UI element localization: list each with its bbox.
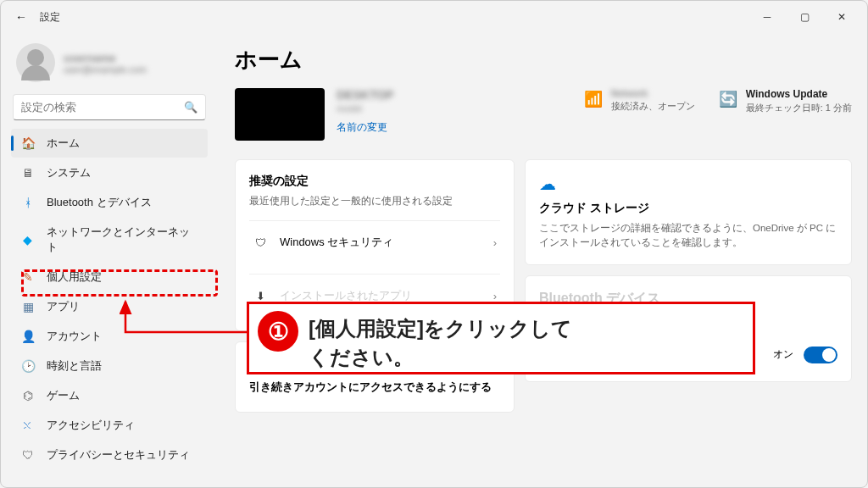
sidebar-item-label: 時刻と言語 <box>47 358 102 374</box>
sidebar-item-label: システム <box>47 165 91 180</box>
update-status: 最終チェック日時: 1 分前 <box>746 102 852 114</box>
back-button[interactable]: ← <box>8 3 35 30</box>
sidebar-item-accessibility[interactable]: ⛌アクセシビリティ <box>11 411 208 440</box>
bt-label: Bluetooth <box>559 342 763 355</box>
search-icon: 🔍 <box>184 101 198 114</box>
sidebar-item-time[interactable]: 🕑時刻と言語 <box>11 352 208 380</box>
time-icon: 🕑 <box>21 359 35 373</box>
sidebar-item-label: ホーム <box>47 136 80 151</box>
gaming-icon: ⌬ <box>21 389 35 402</box>
bt-status: "name" として発見可能 <box>559 355 763 368</box>
minimize-button[interactable]: ─ <box>748 4 786 30</box>
sidebar-item-privacy[interactable]: 🛡プライバシーとセキュリティ <box>11 441 208 469</box>
sidebar-item-label: アクセシビリティ <box>47 418 135 433</box>
toggle-label: オン <box>773 347 793 362</box>
settings-window: ← 設定 ─ ▢ ✕ username user@example.com 🔍 🏠… <box>0 0 868 488</box>
chevron-right-icon: › <box>493 236 497 249</box>
titlebar: ← 設定 ─ ▢ ✕ <box>1 1 867 33</box>
row-label: Windows セキュリティ <box>280 235 393 250</box>
sidebar-item-label: プライバシーとセキュリティ <box>47 447 190 463</box>
bt-toggle[interactable] <box>804 347 837 363</box>
pc-thumbnail[interactable] <box>235 88 325 141</box>
nav-list: 🏠ホーム🖥システムᚼBluetooth とデバイス◆ネットワークとインターネット… <box>11 129 208 487</box>
update-icon: 🔄 <box>719 90 737 108</box>
home-icon: 🏠 <box>21 136 35 150</box>
sidebar-item-label: ネットワークとインターネット <box>47 225 198 255</box>
privacy-icon: 🛡 <box>21 448 35 462</box>
wifi-info[interactable]: 📶 Network 接続済み、オープン <box>584 88 695 113</box>
search-box[interactable]: 🔍 <box>13 94 206 120</box>
recommended-row[interactable]: 🛡Windows セキュリティ› <box>249 220 500 263</box>
sidebar-item-label: アカウント <box>47 329 102 344</box>
pc-model: model <box>337 103 393 114</box>
cloud-icon: ☁ <box>539 174 837 194</box>
maximize-button[interactable]: ▢ <box>786 4 823 30</box>
page-title: ホーム <box>235 45 852 75</box>
sidebar-item-network[interactable]: ◆ネットワークとインターネット <box>11 218 208 262</box>
bluetooth-card: Bluetooth デバイス デバイスの管理、追加、削除 ᚼ Bluetooth… <box>525 275 852 382</box>
bt-title: Bluetooth デバイス <box>539 290 837 308</box>
rename-link[interactable]: 名前の変更 <box>337 120 393 135</box>
sidebar-item-label: 個人用設定 <box>47 269 102 285</box>
app-title: 設定 <box>40 10 60 25</box>
row-label: インストールされたアプリ <box>280 288 412 303</box>
main-content: ホーム DESKTOP model 名前の変更 📶 Network <box>216 33 867 487</box>
cloud-sub: ここでストレージの詳細を確認できるように、OneDrive が PC にインスト… <box>539 221 837 251</box>
sidebar-item-home[interactable]: 🏠ホーム <box>11 129 208 158</box>
continue-access-card: ✔ 引き続きアカウントにアクセスできるようにする <box>235 341 515 413</box>
recommended-card: 推奨の設定 最近使用した設定と一般的に使用される設定 🛡Windows セキュリ… <box>235 159 515 331</box>
cloud-storage-card: ☁ クラウド ストレージ ここでストレージの詳細を確認できるように、OneDri… <box>525 159 852 265</box>
wifi-name: Network <box>611 88 695 98</box>
shield-check-icon: ✔ <box>249 354 500 373</box>
hero-row: DESKTOP model 名前の変更 📶 Network 接続済み、オープン <box>235 88 852 141</box>
sidebar-item-bluetooth[interactable]: ᚼBluetooth とデバイス <box>11 188 208 217</box>
sidebar-item-label: アプリ <box>47 299 80 314</box>
system-icon: 🖥 <box>21 166 35 180</box>
chevron-right-icon: › <box>493 290 497 302</box>
sidebar-item-system[interactable]: 🖥システム <box>11 158 208 187</box>
bluetooth-icon: ᚼ <box>539 346 548 363</box>
continue-title: 引き続きアカウントにアクセスできるようにする <box>249 380 500 395</box>
sidebar-item-gaming[interactable]: ⌬ゲーム <box>11 381 208 410</box>
accessibility-icon: ⛌ <box>21 419 35 432</box>
close-button[interactable]: ✕ <box>823 4 860 30</box>
accounts-icon: 👤 <box>21 330 35 343</box>
bluetooth-icon: ᚼ <box>21 196 35 209</box>
bt-sub: デバイスの管理、追加、削除 <box>539 313 837 327</box>
personalization-icon: ✎ <box>21 270 35 284</box>
sidebar-item-personalization[interactable]: ✎個人用設定 <box>11 263 208 291</box>
apps-icon: ▦ <box>21 300 35 313</box>
network-icon: ◆ <box>21 233 35 247</box>
profile[interactable]: username user@example.com <box>11 36 208 94</box>
pc-name: DESKTOP <box>337 88 393 102</box>
avatar-icon <box>16 43 55 82</box>
row-icon: 🛡 <box>253 236 268 249</box>
sidebar-item-accounts[interactable]: 👤アカウント <box>11 322 208 351</box>
cloud-title: クラウド ストレージ <box>539 201 837 216</box>
recommended-sub: 最近使用した設定と一般的に使用される設定 <box>249 194 500 208</box>
wifi-icon: 📶 <box>584 90 603 108</box>
sidebar-item-apps[interactable]: ▦アプリ <box>11 292 208 321</box>
row-icon: ⬇ <box>253 290 268 302</box>
update-label: Windows Update <box>746 88 852 100</box>
profile-name: username <box>64 52 147 64</box>
profile-email: user@example.com <box>64 64 147 75</box>
wifi-status: 接続済み、オープン <box>611 100 695 113</box>
search-input[interactable] <box>21 101 184 114</box>
recommended-row[interactable]: ⬇インストールされたアプリ› <box>249 274 500 317</box>
sidebar-item-label: Bluetooth とデバイス <box>47 195 152 210</box>
update-info[interactable]: 🔄 Windows Update 最終チェック日時: 1 分前 <box>719 88 852 114</box>
sidebar: username user@example.com 🔍 🏠ホーム🖥システムᚼBl… <box>1 33 216 487</box>
recommended-title: 推奨の設定 <box>249 174 500 189</box>
sidebar-item-label: ゲーム <box>47 388 80 403</box>
